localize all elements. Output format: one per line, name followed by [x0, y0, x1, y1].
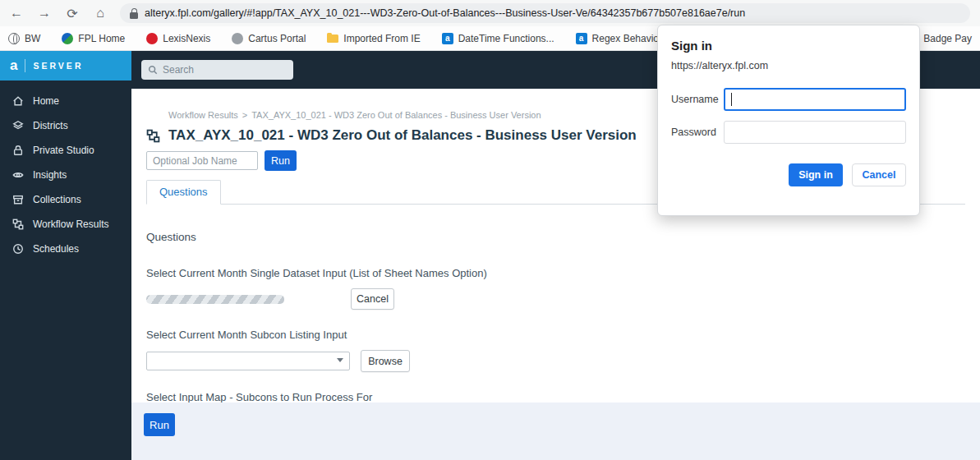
reload-icon[interactable]: ⟳ — [61, 2, 84, 25]
password-label: Password — [671, 126, 724, 138]
lexisnexis-favicon — [146, 33, 158, 44]
alteryx-server-logo[interactable]: a SERVER — [0, 51, 131, 80]
bookmark-imported-from-ie[interactable]: Imported From IE — [327, 33, 420, 44]
search-icon — [148, 65, 158, 75]
eye-icon — [12, 169, 24, 181]
url-text: alteryx.fpl.com/gallery/#!app/TAX_AYX_10… — [145, 7, 745, 19]
loading-progress-bar — [146, 295, 284, 304]
back-icon[interactable]: ← — [5, 2, 28, 25]
alteryx-favicon: a — [576, 33, 587, 44]
workflow-icon — [12, 218, 24, 230]
alteryx-logo-letter: a — [10, 58, 17, 74]
browser-toolbar: ← → ⟳ ⌂ alteryx.fpl.com/gallery/#!app/TA… — [0, 0, 980, 26]
browse-button-1[interactable]: Browse — [361, 350, 410, 372]
cancel-upload-button[interactable]: Cancel — [351, 288, 394, 310]
workflow-title-icon — [146, 129, 160, 143]
sidebar-item-insights[interactable]: Insights — [0, 163, 131, 187]
address-bar[interactable]: alteryx.fpl.com/gallery/#!app/TAX_AYX_10… — [120, 3, 970, 23]
dialog-cancel-button[interactable]: Cancel — [852, 163, 906, 186]
job-name-input[interactable] — [146, 151, 258, 170]
bookmark-bw[interactable]: BW — [8, 33, 40, 44]
bookmark-lexisnexis[interactable]: LexisNexis — [146, 33, 210, 44]
sidebar-nav: Home Districts Private Studio Insights C… — [0, 80, 131, 261]
bookmark-cartus-portal[interactable]: Cartus Portal — [232, 33, 306, 44]
tab-questions[interactable]: Questions — [146, 180, 221, 205]
footer-run-button[interactable]: Run — [144, 413, 175, 436]
globe-icon — [8, 33, 20, 44]
bookmark-datetime-functions[interactable]: a DateTime Functions... — [442, 33, 554, 44]
alteryx-favicon: a — [442, 33, 453, 44]
sidebar: a SERVER Home Districts Private Studio I… — [0, 51, 131, 460]
fpl-favicon — [62, 33, 73, 44]
questions-section-title: Questions — [146, 231, 965, 243]
folder-icon — [327, 33, 338, 44]
brand-divider — [25, 59, 25, 72]
search-input[interactable] — [163, 64, 278, 76]
question-1-label: Select Current Month Single Dataset Inpu… — [146, 267, 965, 279]
dialog-title: Sign in — [671, 39, 906, 53]
username-input[interactable] — [724, 88, 906, 111]
lock-icon — [130, 8, 138, 19]
sidebar-item-districts[interactable]: Districts — [0, 113, 131, 138]
brand-name: SERVER — [33, 61, 83, 71]
sidebar-item-home[interactable]: Home — [0, 89, 131, 113]
subcon-listing-select[interactable] — [146, 352, 350, 370]
home-icon — [12, 95, 24, 107]
search-box[interactable] — [141, 60, 293, 80]
clock-icon — [12, 243, 24, 255]
question-1-row: Cancel — [146, 288, 965, 310]
username-label: Username — [671, 94, 724, 105]
dialog-signin-button[interactable]: Sign in — [789, 163, 843, 186]
footer-bar: Run — [131, 402, 980, 460]
run-button[interactable]: Run — [265, 150, 297, 171]
question-2-row: Browse — [146, 350, 965, 372]
cartus-favicon — [232, 33, 243, 44]
lock-icon — [12, 145, 24, 156]
bookmark-regex-behavior[interactable]: a Regex Behavior — [576, 33, 662, 44]
question-3-label: Select Input Map - Subcons to Run Proces… — [146, 391, 965, 402]
sidebar-item-schedules[interactable]: Schedules — [0, 237, 131, 261]
page-title: TAX_AYX_10_021 - WD3 Zero Out of Balance… — [168, 127, 637, 144]
sidebar-item-collections[interactable]: Collections — [0, 187, 131, 212]
text-cursor — [731, 93, 732, 106]
box-icon — [12, 194, 24, 205]
question-2-label: Select Current Month Subcon Listing Inpu… — [146, 329, 965, 341]
dialog-buttons: Sign in Cancel — [671, 163, 906, 186]
sidebar-item-private-studio[interactable]: Private Studio — [0, 138, 131, 163]
password-input[interactable] — [724, 121, 906, 144]
forward-icon[interactable]: → — [33, 2, 56, 25]
bookmark-fpl-home[interactable]: FPL Home — [62, 33, 125, 44]
breadcrumb-current: TAX_AYX_10_021 - WD3 Zero Out of Balance… — [251, 110, 541, 120]
sidebar-item-workflow-results[interactable]: Workflow Results — [0, 212, 131, 237]
signin-dialog: Sign in https://alteryx.fpl.com Username… — [657, 25, 920, 216]
username-row: Username — [671, 88, 906, 111]
password-row: Password — [671, 121, 906, 144]
layers-icon — [12, 120, 24, 131]
chevron-down-icon — [337, 358, 343, 362]
breadcrumb-parent[interactable]: Workflow Results — [168, 110, 238, 120]
dialog-site-url: https://alteryx.fpl.com — [671, 60, 906, 71]
home-icon[interactable]: ⌂ — [89, 2, 112, 25]
